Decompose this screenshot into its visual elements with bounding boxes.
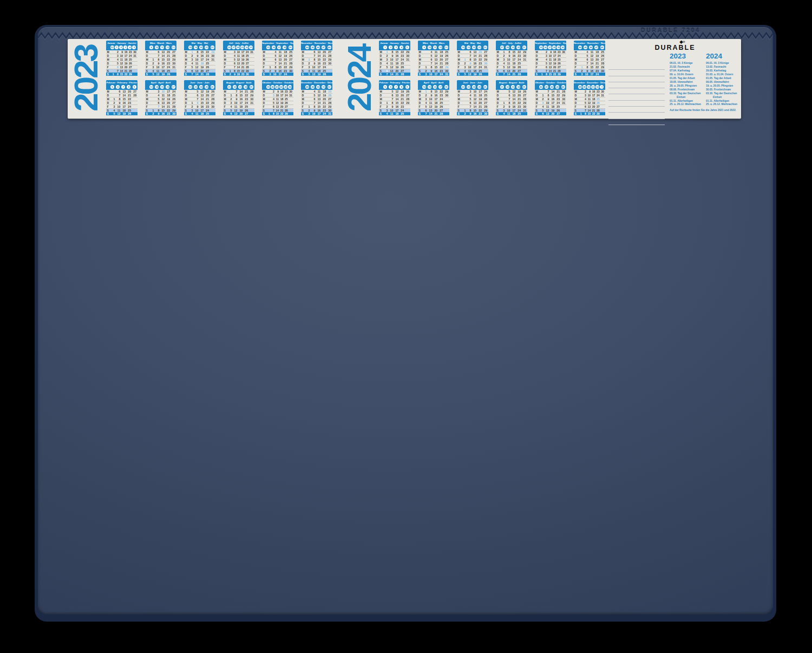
date-cell: 24 (558, 54, 562, 57)
date-cell: 13 (316, 50, 322, 54)
weekday-letter: F (184, 66, 189, 69)
date-cell: 12 (472, 97, 477, 101)
date-cell: 28 (288, 62, 293, 65)
weekday-row: F6132027 (574, 105, 605, 109)
weekday-row: D18152229 (184, 101, 215, 105)
weekday-row: M6132027 (262, 58, 293, 62)
durable-logo-wordmark: DURABLE (653, 44, 697, 51)
date-cell: 15 (199, 101, 205, 105)
weekday-row: S29162330 (457, 112, 488, 115)
week-number-circle: 45 (584, 45, 587, 49)
date-cell: 5 (115, 62, 120, 65)
weekday-row: D7142128 (145, 54, 176, 58)
date-cell: 13 (316, 97, 322, 101)
date-cell: 2 (228, 97, 233, 101)
weekday-letter: M (262, 97, 267, 101)
date-cell: 13 (472, 101, 477, 105)
date-cell: 1 (384, 50, 389, 54)
date-cell: 25 (246, 54, 250, 57)
holiday-list-2023: 202306.01. Hl. 3 Könige21.02. Fastnacht0… (670, 53, 703, 107)
date-cell: 20 (127, 90, 132, 93)
weekday-row: M29162330 (535, 97, 566, 101)
weekday-letter: S (145, 73, 150, 76)
weekday-row: F7142128 (223, 66, 254, 69)
week-number-circle: 5 (383, 85, 387, 89)
weekday-row: D7142128 (262, 62, 293, 66)
weekday-letter: D (496, 101, 501, 105)
date-cell: 24 (205, 58, 210, 61)
date-cell: 8 (389, 50, 394, 54)
date-cell: 18 (553, 58, 557, 61)
holiday-item: 31.03. u. 01.04. Ostern (706, 73, 739, 77)
date-cell: 5 (544, 62, 548, 65)
date-cell: 10 (194, 58, 199, 61)
weekday-row: M7142128 (535, 90, 566, 94)
week-number-circle: 16 (433, 85, 437, 89)
date-cell: 13 (233, 112, 238, 115)
date-cell: 30 (210, 54, 215, 57)
month-2023-06: Juni · June · Juin2223242526M5121926D613… (184, 80, 215, 115)
date-cell: 1 (267, 112, 271, 115)
week-number-circle: 49 (582, 85, 586, 89)
date-cell: 7 (311, 101, 316, 105)
date-cell: 28 (444, 62, 449, 65)
week-number-row: 1314151617 (145, 84, 176, 90)
date-cell: 5 (306, 73, 311, 76)
date-cell: 17 (160, 66, 166, 69)
date-cell: 11 (545, 105, 550, 108)
date-cell: 10 (272, 73, 277, 76)
week-number-circle: 42 (279, 85, 283, 89)
holiday-item: 03.10. Tag der Deutschen Einheit (670, 92, 703, 100)
weekday-row: D29162330 (418, 94, 449, 97)
week-number-circle: 6 (389, 85, 392, 89)
week-number-circle: 9 (422, 45, 426, 49)
date-cell: 18 (280, 97, 284, 101)
date-grid: M4111825D5121926M6132027D7142128F1815222… (262, 50, 293, 76)
weekday-row: M5121926 (184, 90, 215, 94)
weekday-row: M310172431 (379, 58, 410, 62)
date-cell: 2 (583, 90, 587, 93)
weekday-row: D18152229 (535, 94, 566, 97)
date-cell: 13 (121, 90, 127, 93)
date-cell: 31 (327, 112, 332, 115)
date-cell: 23 (322, 62, 327, 65)
weekday-row: D7142128 (106, 94, 137, 97)
weekday-letter: D (106, 62, 111, 65)
weekday-letter: D (496, 62, 501, 65)
date-cell: 20 (477, 101, 483, 105)
week-number-circle: 33 (238, 85, 242, 89)
month-2024-09: September · September · Septembre3536373… (535, 41, 566, 76)
date-cell: 20 (205, 94, 210, 97)
weekday-row: M7142128 (379, 97, 410, 101)
date-cell: 7 (501, 73, 506, 76)
date-cell: 5 (506, 90, 511, 93)
date-cell: 23 (477, 112, 483, 115)
date-cell: 22 (205, 101, 210, 105)
date-cell: 27 (129, 66, 133, 69)
week-number-circle: 46 (316, 45, 320, 49)
date-cell: 12 (277, 54, 283, 57)
date-cell: 25 (483, 94, 488, 97)
week-number-circle: 44 (305, 45, 309, 49)
date-cell: 22 (516, 50, 522, 54)
date-cell: 24 (246, 50, 250, 54)
date-grid: M18152229D29162330M310172431D4111825F512… (379, 50, 410, 76)
weekday-row: M7142128 (496, 97, 527, 101)
weekday-row: F6132027 (262, 105, 293, 109)
weekday-row: D18152229 (379, 101, 410, 105)
weekday-letter: D (418, 54, 423, 57)
week-number-circle: 19 (194, 45, 198, 49)
date-cell: 21 (322, 54, 327, 57)
date-cell: 25 (205, 62, 210, 65)
month-2024-10: Oktober · October · Octobre4041424344M71… (535, 80, 566, 115)
date-cell: 31 (483, 66, 488, 69)
date-cell: 16 (237, 73, 241, 76)
weekday-letter: D (574, 101, 579, 105)
date-cell: 10 (545, 101, 550, 105)
date-cell: 13 (160, 50, 166, 54)
date-cell: 7 (232, 66, 237, 69)
week-number-circle: 41 (545, 85, 548, 89)
date-cell: 18 (433, 101, 438, 105)
weekday-letter: S (184, 112, 189, 115)
date-cell: 11 (389, 62, 394, 65)
